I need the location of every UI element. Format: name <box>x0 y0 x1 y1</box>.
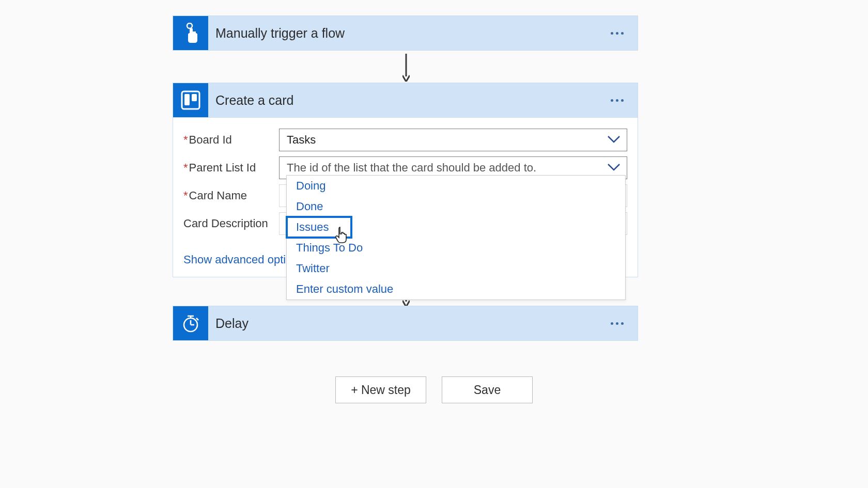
delay-card[interactable]: Delay <box>173 306 638 341</box>
trello-icon <box>173 83 208 117</box>
bottom-button-row: + New step Save <box>0 376 868 403</box>
svg-rect-3 <box>184 94 190 105</box>
new-step-button[interactable]: + New step <box>335 376 426 403</box>
manual-trigger-icon <box>173 16 208 50</box>
dropdown-option-doing[interactable]: Doing <box>287 176 625 196</box>
dropdown-option-done[interactable]: Done <box>287 196 625 217</box>
connector-arrow-icon <box>402 54 410 82</box>
chevron-down-icon <box>607 161 621 175</box>
svg-rect-4 <box>192 94 197 101</box>
board-id-select[interactable]: Tasks <box>279 129 627 151</box>
trigger-card[interactable]: Manually trigger a flow <box>173 15 638 51</box>
trigger-card-header: Manually trigger a flow <box>173 16 638 50</box>
delay-card-header: Delay <box>173 306 638 340</box>
save-button[interactable]: Save <box>442 376 533 403</box>
row-board-id: *Board Id Tasks <box>183 128 627 152</box>
delay-title: Delay <box>208 316 601 331</box>
label-parent-list-id: *Parent List Id <box>183 161 279 175</box>
label-card-name: *Card Name <box>183 189 279 202</box>
action-title: Create a card <box>208 93 601 108</box>
delay-more-button[interactable] <box>601 313 632 334</box>
parent-list-id-placeholder: The id of the list that the card should … <box>287 161 536 175</box>
dropdown-option-twitter[interactable]: Twitter <box>287 258 625 279</box>
trigger-more-button[interactable] <box>601 23 632 43</box>
label-card-description: Card Description <box>183 217 279 230</box>
delay-icon <box>173 306 208 340</box>
cursor-pointer-icon <box>335 226 349 244</box>
svg-point-0 <box>187 23 192 28</box>
flow-designer-canvas: Manually trigger a flow Create a card <box>0 0 868 488</box>
label-board-id: *Board Id <box>183 133 279 147</box>
trigger-title: Manually trigger a flow <box>208 26 601 41</box>
chevron-down-icon <box>607 133 621 147</box>
svg-line-11 <box>196 318 198 320</box>
action-more-button[interactable] <box>601 90 632 111</box>
dropdown-option-custom[interactable]: Enter custom value <box>287 279 625 300</box>
action-card-header: Create a card <box>173 83 638 117</box>
board-id-value: Tasks <box>287 133 316 147</box>
